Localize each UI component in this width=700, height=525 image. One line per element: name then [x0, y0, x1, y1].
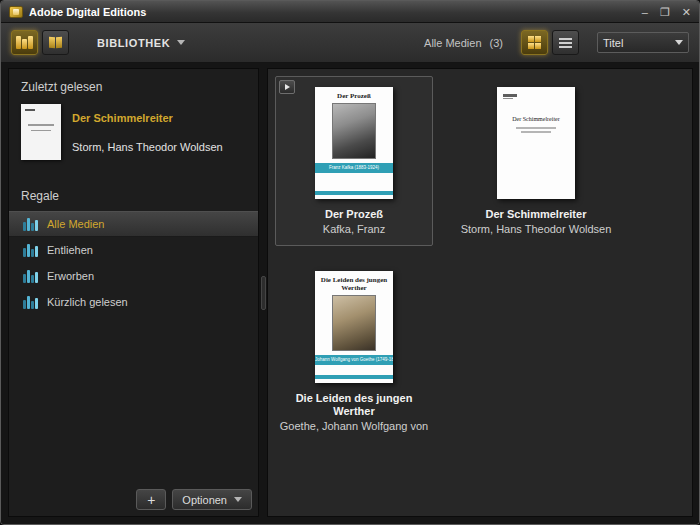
grid-view-button[interactable]: [521, 30, 548, 55]
close-button[interactable]: ✕: [682, 6, 691, 18]
recently-read-header: Zuletzt gelesen: [9, 69, 258, 102]
maximize-button[interactable]: ❐: [660, 6, 670, 18]
options-button[interactable]: Optionen: [172, 489, 252, 510]
list-icon: [559, 38, 572, 48]
book-cover[interactable]: Der Prozeß Franz Kafka (1883-1924): [315, 87, 393, 199]
titlebar: Adobe Digital Editions – ❐ ✕: [1, 1, 699, 23]
portrait-image: [332, 295, 376, 351]
portrait-image: [332, 103, 376, 159]
grid-icon: [528, 36, 541, 49]
sidebar-item-entliehen[interactable]: Entliehen: [9, 237, 258, 263]
shelf-icon: [23, 243, 38, 257]
bookshelf-icon: [16, 36, 33, 49]
sidebar-item-alle-medien[interactable]: Alle Medien: [9, 211, 258, 237]
app-icon: [9, 6, 23, 18]
chevron-down-icon: [675, 40, 683, 45]
book-tile-der-prozess[interactable]: Der Prozeß Franz Kafka (1883-1924) Der P…: [275, 76, 433, 246]
media-filter-label: Alle Medien: [424, 37, 481, 49]
shelves-header: Regale: [9, 178, 258, 211]
app-window: Adobe Digital Editions – ❐ ✕ BIBLIOTHEK …: [0, 0, 700, 525]
cover-caption: Johann Wolfgang von Goethe (1749-1832): [315, 355, 393, 365]
minimize-button[interactable]: –: [642, 6, 648, 18]
toolbar: BIBLIOTHEK Alle Medien (3) Titel: [1, 23, 699, 63]
book-title: Die Leiden des jungen Werther: [276, 392, 432, 418]
list-view-button[interactable]: [552, 30, 579, 55]
library-dropdown-label: BIBLIOTHEK: [97, 37, 170, 49]
book-author: Goethe, Johann Wolfgang von: [280, 420, 428, 432]
book-cover[interactable]: Der Schimmelreiter: [497, 87, 575, 199]
book-title: Der Schimmelreiter: [484, 208, 589, 221]
shelf-label: Alle Medien: [47, 218, 104, 230]
sidebar: Zuletzt gelesen Der Schimmelreiter Storm…: [8, 68, 259, 517]
media-filter-count: (3): [490, 37, 503, 49]
cover-footer-band: [315, 375, 393, 379]
window-title: Adobe Digital Editions: [29, 6, 146, 18]
book-tile-werther[interactable]: Die Leiden des jungen Werther Johann Wol…: [275, 260, 433, 443]
cover-caption: Franz Kafka (1883-1924): [315, 163, 393, 173]
content-area: Zuletzt gelesen Der Schimmelreiter Storm…: [1, 63, 699, 524]
book-author: Storm, Hans Theodor Woldsen: [461, 223, 612, 235]
reading-view-button[interactable]: [42, 30, 69, 55]
media-filter: Alle Medien (3): [424, 37, 503, 49]
shelf-icon: [23, 269, 38, 283]
splitter-handle[interactable]: [261, 276, 266, 310]
recent-book-meta: Der Schimmelreiter Storm, Hans Theodor W…: [72, 104, 223, 160]
item-menu-button[interactable]: [279, 80, 295, 94]
sidebar-item-kuerzlich-gelesen[interactable]: Kürzlich gelesen: [9, 289, 258, 315]
cover-title: Der Prozeß: [333, 92, 375, 100]
book-author: Kafka, Franz: [323, 223, 385, 235]
shelf-label: Entliehen: [47, 244, 93, 256]
open-book-icon: [49, 37, 62, 48]
book-cover[interactable]: Die Leiden des jungen Werther Johann Wol…: [315, 271, 393, 383]
library-dropdown[interactable]: BIBLIOTHEK: [97, 37, 185, 49]
sidebar-item-erworben[interactable]: Erworben: [9, 263, 258, 289]
shelf-icon: [23, 217, 38, 231]
shelf-icon: [23, 295, 38, 309]
book-tile-der-schimmelreiter[interactable]: Der Schimmelreiter Der Schimmelreiter St…: [457, 76, 615, 246]
window-controls: – ❐ ✕: [642, 6, 691, 18]
recently-read-item[interactable]: Der Schimmelreiter Storm, Hans Theodor W…: [9, 102, 258, 160]
recent-book-title: Der Schimmelreiter: [72, 112, 223, 124]
publisher-logo: [503, 94, 517, 99]
recent-book-thumbnail: [21, 104, 61, 160]
chevron-down-icon: [177, 40, 185, 45]
cover-title: Die Leiden des jungen Werther: [315, 276, 393, 292]
cover-title: Der Schimmelreiter: [508, 115, 563, 123]
cover-text-lines: [516, 127, 556, 133]
recent-book-author: Storm, Hans Theodor Woldsen: [72, 141, 223, 153]
play-arrow-icon: [285, 84, 290, 90]
add-shelf-button[interactable]: +: [136, 489, 166, 510]
sidebar-footer: + Optionen: [136, 489, 252, 510]
book-title: Der Prozeß: [323, 208, 385, 221]
chevron-down-icon: [234, 497, 242, 502]
sort-select-value: Titel: [603, 37, 623, 49]
shelf-label: Kürzlich gelesen: [47, 296, 128, 308]
shelf-label: Erworben: [47, 270, 94, 282]
options-button-label: Optionen: [182, 494, 227, 506]
library-panel: Der Prozeß Franz Kafka (1883-1924) Der P…: [267, 68, 693, 517]
library-view-button[interactable]: [11, 30, 38, 55]
cover-footer-band: [315, 191, 393, 195]
sidebar-splitter[interactable]: [259, 68, 267, 517]
books-grid: Der Prozeß Franz Kafka (1883-1924) Der P…: [275, 76, 685, 443]
sort-select[interactable]: Titel: [597, 32, 689, 53]
